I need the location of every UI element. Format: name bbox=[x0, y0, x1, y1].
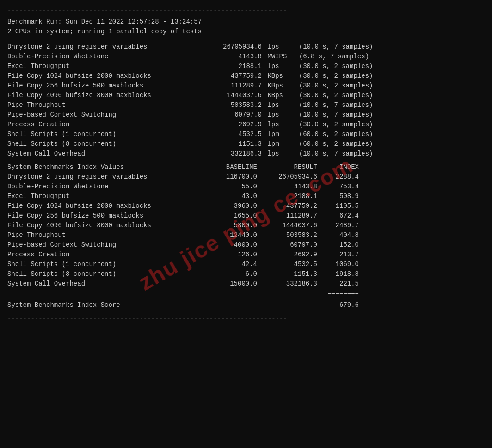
index-row-name: System Call Overhead bbox=[7, 279, 202, 289]
bench-unit: lps bbox=[262, 62, 289, 71]
index-row-index: 152.0 bbox=[317, 240, 359, 250]
bench-detail: (10.0 s, 7 samples) bbox=[289, 100, 373, 110]
index-row-result: 1444037.6 bbox=[257, 221, 317, 230]
equals-spacer bbox=[7, 289, 202, 299]
bench-unit: KBps bbox=[262, 71, 289, 81]
score-row: System Benchmarks Index Score679.6 bbox=[7, 300, 485, 310]
index-row-index: 1105.5 bbox=[317, 201, 359, 211]
index-row-result: 26705934.6 bbox=[257, 172, 317, 182]
bench-unit: lpm bbox=[262, 139, 289, 149]
index-row-baseline: 15000.0 bbox=[202, 279, 257, 289]
index-data-row: File Copy 4096 bufsize 8000 maxblocks580… bbox=[7, 221, 485, 230]
benchmark-row: Shell Scripts (1 concurrent)4532.5 lpm (… bbox=[7, 130, 485, 139]
index-row-name: Execl Throughput bbox=[7, 192, 202, 201]
benchmark-row: Pipe-based Context Switching60797.0 lps … bbox=[7, 110, 485, 120]
bench-value: 1151.3 bbox=[202, 139, 262, 149]
index-data-row: File Copy 1024 bufsize 2000 maxblocks396… bbox=[7, 201, 485, 211]
index-row-result: 1151.3 bbox=[257, 269, 317, 279]
index-row-result: 4532.5 bbox=[257, 260, 317, 269]
index-row-index: 672.4 bbox=[317, 211, 359, 221]
index-row-baseline: 4000.0 bbox=[202, 240, 257, 250]
bench-name: File Copy 1024 bufsize 2000 maxblocks bbox=[7, 71, 202, 81]
index-row-index: 753.4 bbox=[317, 182, 359, 192]
index-row-index: 2489.7 bbox=[317, 221, 359, 230]
index-row-baseline: 3960.0 bbox=[202, 201, 257, 211]
bench-name: Double-Precision Whetstone bbox=[7, 52, 202, 62]
index-row-baseline: 6.0 bbox=[202, 269, 257, 279]
index-header-row: System Benchmarks Index ValuesBASELINERE… bbox=[7, 162, 485, 172]
bench-name: File Copy 4096 bufsize 8000 maxblocks bbox=[7, 91, 202, 100]
benchmark-row: System Call Overhead332186.3 lps (10.0 s… bbox=[7, 149, 485, 159]
index-row-result: 437759.2 bbox=[257, 201, 317, 211]
index-row-name: File Copy 256 bufsize 500 maxblocks bbox=[7, 211, 202, 221]
index-row-index: 1069.0 bbox=[317, 260, 359, 269]
score-value: 679.6 bbox=[202, 300, 359, 310]
index-data-row: Dhrystone 2 using register variables1167… bbox=[7, 172, 485, 182]
bench-value: 4532.5 bbox=[202, 130, 262, 139]
score-label: System Benchmarks Index Score bbox=[7, 300, 202, 310]
index-data-row: Shell Scripts (8 concurrent)6.01151.3191… bbox=[7, 269, 485, 279]
bench-name: Pipe Throughput bbox=[7, 100, 202, 110]
bench-value: 4143.8 bbox=[202, 52, 262, 62]
bench-name: File Copy 256 bufsize 500 maxblocks bbox=[7, 81, 202, 91]
index-row-name: Process Creation bbox=[7, 250, 202, 260]
bench-detail: (6.8 s, 7 samples) bbox=[289, 52, 369, 62]
bench-detail: (10.0 s, 7 samples) bbox=[289, 149, 373, 159]
benchmark-row: Process Creation2692.9 lps (30.0 s, 2 sa… bbox=[7, 120, 485, 130]
index-row-name: Dhrystone 2 using register variables bbox=[7, 172, 202, 182]
bench-value: 332186.3 bbox=[202, 149, 262, 159]
index-data-row: File Copy 256 bufsize 500 maxblocks1655.… bbox=[7, 211, 485, 221]
bench-unit: KBps bbox=[262, 91, 289, 100]
index-row-index: 221.5 bbox=[317, 279, 359, 289]
bench-value: 2188.1 bbox=[202, 62, 262, 71]
index-row-baseline: 43.0 bbox=[202, 192, 257, 201]
bench-value: 111289.7 bbox=[202, 81, 262, 91]
bench-detail: (30.0 s, 2 samples) bbox=[289, 62, 373, 71]
index-row-result: 2188.1 bbox=[257, 192, 317, 201]
index-row-index: 2288.4 bbox=[317, 172, 359, 182]
bench-name: Shell Scripts (1 concurrent) bbox=[7, 130, 202, 139]
bench-value: 437759.2 bbox=[202, 71, 262, 81]
bench-unit: lps bbox=[262, 42, 289, 52]
index-data-row: System Call Overhead15000.0332186.3221.5 bbox=[7, 279, 485, 289]
index-row-name: File Copy 1024 bufsize 2000 maxblocks bbox=[7, 201, 202, 211]
bench-value: 60797.0 bbox=[202, 110, 262, 120]
index-row-index: 508.9 bbox=[317, 192, 359, 201]
index-data-row: Execl Throughput43.02188.1508.9 bbox=[7, 192, 485, 201]
benchmark-row: File Copy 4096 bufsize 8000 maxblocks144… bbox=[7, 91, 485, 100]
index-row-index: 1918.8 bbox=[317, 269, 359, 279]
bench-detail: (30.0 s, 2 samples) bbox=[289, 81, 373, 91]
bench-name: Process Creation bbox=[7, 120, 202, 130]
benchmark-row: File Copy 1024 bufsize 2000 maxblocks437… bbox=[7, 71, 485, 81]
benchmark-row: Execl Throughput2188.1 lps (30.0 s, 2 sa… bbox=[7, 62, 485, 71]
index-row-baseline: 55.0 bbox=[202, 182, 257, 192]
index-row-result: 4143.8 bbox=[257, 182, 317, 192]
benchmark-row: Shell Scripts (8 concurrent)1151.3 lpm (… bbox=[7, 139, 485, 149]
index-row-baseline: 12440.0 bbox=[202, 230, 257, 240]
index-row-result: 2692.9 bbox=[257, 250, 317, 260]
header-line1: Benchmark Run: Sun Dec 11 2022 12:57:28 … bbox=[7, 17, 485, 27]
index-row-baseline: 5800.0 bbox=[202, 221, 257, 230]
bench-name: Shell Scripts (8 concurrent) bbox=[7, 139, 202, 149]
index-header-result: RESULT bbox=[257, 162, 317, 172]
index-row-baseline: 1655.0 bbox=[202, 211, 257, 221]
bench-name: Pipe-based Context Switching bbox=[7, 110, 202, 120]
index-header-name: System Benchmarks Index Values bbox=[7, 162, 202, 172]
bench-value: 503583.2 bbox=[202, 100, 262, 110]
bench-unit: lps bbox=[262, 110, 289, 120]
bench-detail: (60.0 s, 2 samples) bbox=[289, 139, 373, 149]
bench-unit: lpm bbox=[262, 130, 289, 139]
bench-unit: MWIPS bbox=[262, 52, 289, 62]
index-data-row: Process Creation126.02692.9213.7 bbox=[7, 250, 485, 260]
bench-detail: (30.0 s, 2 samples) bbox=[289, 120, 373, 130]
bench-unit: lps bbox=[262, 120, 289, 130]
bench-unit: lps bbox=[262, 149, 289, 159]
index-data-row: Double-Precision Whetstone55.04143.8753.… bbox=[7, 182, 485, 192]
bench-value: 1444037.6 bbox=[202, 91, 262, 100]
index-row-baseline: 126.0 bbox=[202, 250, 257, 260]
header-line2: 2 CPUs in system; running 1 parallel cop… bbox=[7, 27, 485, 37]
index-data-row: Shell Scripts (1 concurrent)42.44532.510… bbox=[7, 260, 485, 269]
header-section: Benchmark Run: Sun Dec 11 2022 12:57:28 … bbox=[7, 17, 485, 37]
index-header-index: INDEX bbox=[317, 162, 359, 172]
bench-value: 26705934.6 bbox=[202, 42, 262, 52]
